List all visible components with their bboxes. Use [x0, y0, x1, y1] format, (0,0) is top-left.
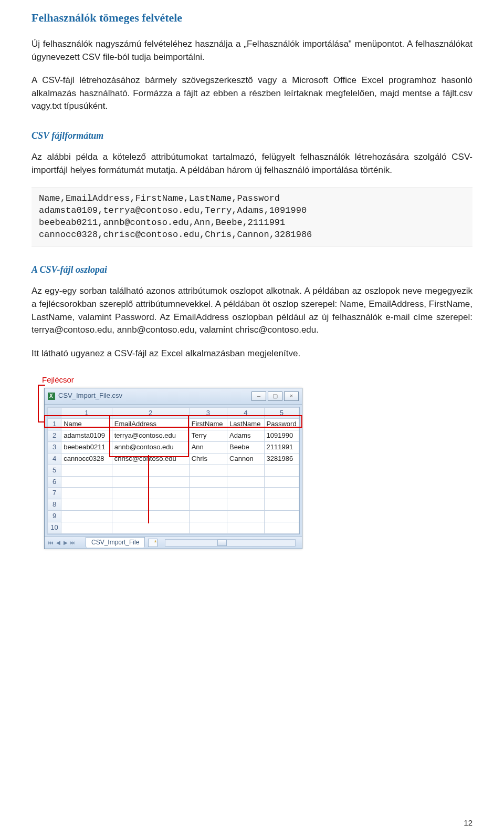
cell[interactable] [264, 522, 299, 533]
cell[interactable]: annb@contoso.edu [112, 442, 189, 453]
cell[interactable] [264, 499, 299, 511]
paragraph-example: Az alábbi példa a kötelező attribútumoka… [32, 151, 472, 177]
cell[interactable]: cannocc0328 [61, 453, 112, 465]
paragraph-create: A CSV-fájl létrehozásához bármely szöveg… [32, 74, 472, 113]
scrollbar-thumb[interactable] [217, 540, 227, 546]
cell[interactable] [227, 522, 264, 533]
callout-line [38, 385, 45, 386]
cell[interactable] [264, 465, 299, 476]
cell[interactable] [112, 499, 189, 511]
heading-csv-columns: A CSV-fájl oszlopai [32, 263, 472, 276]
cell[interactable]: Terry [189, 430, 227, 442]
cell[interactable] [227, 476, 264, 488]
row-header[interactable]: 10 [48, 522, 61, 533]
sheet-tab[interactable]: CSV_Import_File [86, 537, 145, 548]
sheet-nav[interactable]: ⏮ ◀ ▶ ⏭ [48, 540, 76, 546]
new-sheet-icon[interactable] [148, 539, 158, 547]
nav-last-icon[interactable]: ⏭ [70, 540, 76, 546]
cell[interactable] [264, 511, 299, 522]
cell[interactable] [61, 488, 112, 499]
row-header[interactable]: 7 [48, 488, 61, 499]
cell[interactable]: Cannon [227, 453, 264, 465]
cell[interactable] [189, 511, 227, 522]
select-all-corner[interactable] [48, 407, 61, 419]
table-row: 2adamsta0109terrya@contoso.eduTerryAdams… [48, 430, 299, 442]
cell[interactable] [189, 499, 227, 511]
cell[interactable] [264, 476, 299, 488]
cell[interactable]: EmailAddress [112, 419, 189, 430]
cell[interactable]: LastName [227, 419, 264, 430]
cell[interactable] [112, 522, 189, 533]
table-row: 1NameEmailAddressFirstNameLastNamePasswo… [48, 419, 299, 430]
cell[interactable] [227, 465, 264, 476]
col-header[interactable]: 5 [264, 407, 299, 419]
close-icon[interactable]: × [284, 391, 299, 401]
cell[interactable] [227, 488, 264, 499]
table-row: 9 [48, 511, 299, 522]
cell[interactable]: Adams [227, 430, 264, 442]
cell[interactable]: FirstName [189, 419, 227, 430]
cell[interactable] [61, 499, 112, 511]
cell[interactable] [112, 488, 189, 499]
cell[interactable] [227, 499, 264, 511]
table-row: 5 [48, 465, 299, 476]
cell[interactable]: 2111991 [264, 442, 299, 453]
table-row: 3beebeab0211annb@contoso.eduAnnBeebe2111… [48, 442, 299, 453]
nav-prev-icon[interactable]: ◀ [55, 540, 61, 546]
cell[interactable] [227, 511, 264, 522]
table-row: 7 [48, 488, 299, 499]
cell[interactable]: 1091990 [264, 430, 299, 442]
cell[interactable] [112, 465, 189, 476]
callout-line [148, 455, 149, 523]
row-header[interactable]: 8 [48, 499, 61, 511]
cell[interactable] [61, 465, 112, 476]
row-header[interactable]: 2 [48, 430, 61, 442]
row-header[interactable]: 1 [48, 419, 61, 430]
col-header[interactable]: 1 [61, 407, 112, 419]
cell[interactable]: Name [61, 419, 112, 430]
heading-main: Felhasználók tömeges felvétele [32, 9, 472, 26]
cell[interactable] [112, 476, 189, 488]
cell[interactable]: Ann [189, 442, 227, 453]
cell[interactable]: adamsta0109 [61, 430, 112, 442]
cell[interactable] [112, 511, 189, 522]
excel-statusbar: ⏮ ◀ ▶ ⏭ CSV_Import_File [45, 537, 302, 549]
row-header[interactable]: 4 [48, 453, 61, 465]
table-row: 10 [48, 522, 299, 533]
row-header[interactable]: 5 [48, 465, 61, 476]
paragraph-intro: Új felhasználók nagyszámú felvételéhez h… [32, 38, 472, 64]
cell[interactable] [264, 488, 299, 499]
cell[interactable]: Beebe [227, 442, 264, 453]
maximize-icon[interactable]: ▢ [268, 391, 282, 401]
cell[interactable] [61, 476, 112, 488]
cell[interactable] [61, 522, 112, 533]
col-header[interactable]: 2 [112, 407, 189, 419]
table-row: 8 [48, 499, 299, 511]
column-header-row: 1 2 3 4 5 [48, 407, 299, 419]
table-row: 6 [48, 476, 299, 488]
cell[interactable]: Chris [189, 453, 227, 465]
col-header[interactable]: 4 [227, 407, 264, 419]
cell[interactable] [189, 522, 227, 533]
excel-icon [48, 393, 55, 400]
cell[interactable]: Password [264, 419, 299, 430]
cell[interactable]: beebeab0211 [61, 442, 112, 453]
excel-sheet: 1 2 3 4 5 1NameEmailAddressFirstNameLast… [47, 407, 299, 534]
col-header[interactable]: 3 [189, 407, 227, 419]
row-header[interactable]: 3 [48, 442, 61, 453]
excel-illustration: Fejlécsor Oszlop CSV_Import_File.csv – ▢… [32, 375, 304, 554]
cell[interactable]: terrya@contoso.edu [112, 430, 189, 442]
cell[interactable] [61, 511, 112, 522]
nav-first-icon[interactable]: ⏮ [48, 540, 54, 546]
cell[interactable]: 3281986 [264, 453, 299, 465]
cell[interactable]: chrisc@contoso.edu [112, 453, 189, 465]
minimize-icon[interactable]: – [251, 391, 266, 401]
cell[interactable] [189, 465, 227, 476]
row-header[interactable]: 6 [48, 476, 61, 488]
cell[interactable] [189, 476, 227, 488]
cell[interactable] [189, 488, 227, 499]
horizontal-scrollbar[interactable] [165, 539, 296, 547]
row-header[interactable]: 9 [48, 511, 61, 522]
csv-code-block: Name,EmailAddress,FirstName,LastName,Pas… [32, 187, 472, 247]
nav-next-icon[interactable]: ▶ [62, 540, 69, 546]
